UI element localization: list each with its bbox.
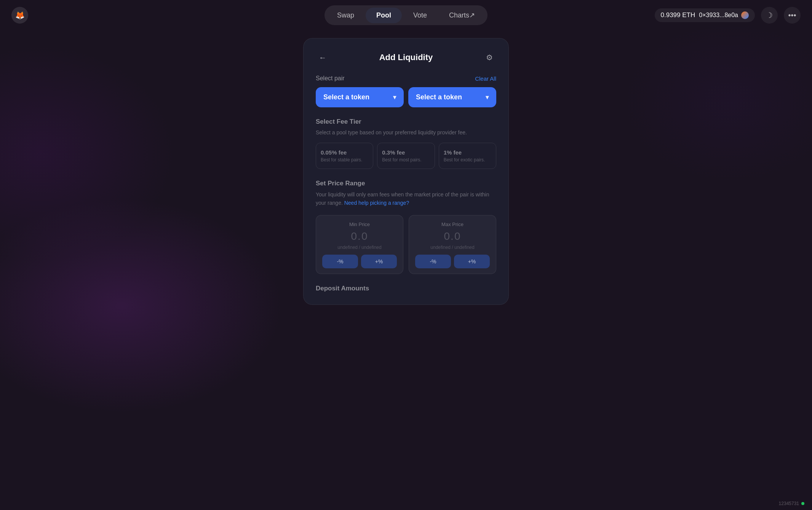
token2-select-button[interactable]: Select a token ▾ [408, 87, 496, 107]
gear-icon: ⚙ [486, 53, 493, 62]
top-navigation: 🦊 Swap Pool Vote Charts↗ 0.9399 ETH 0×39… [0, 0, 812, 30]
moon-icon: ☽ [766, 11, 773, 20]
add-liquidity-card: ← Add Liquidity ⚙ Select pair Clear All … [303, 38, 509, 305]
fee-option-0.05-desc: Best for stable pairs. [321, 157, 368, 163]
price-inputs-group: Min Price 0.0 undefined / undefined -% +… [316, 215, 496, 274]
fee-option-0.05[interactable]: 0.05% fee Best for stable pairs. [316, 143, 373, 169]
nav-tab-group: Swap Pool Vote Charts↗ [324, 5, 488, 25]
fee-tier-description: Select a pool type based on your preferr… [316, 129, 496, 137]
fee-option-0.3-title: 0.3% fee [382, 149, 430, 156]
max-price-increase-button[interactable]: +% [454, 255, 490, 268]
arrow-left-icon: ← [319, 53, 326, 62]
status-dot [801, 502, 804, 505]
wallet-address-text: 0×3933...8e0a [699, 12, 738, 19]
fee-tier-section: Select Fee Tier Select a pool type based… [316, 118, 496, 169]
nav-tab-swap[interactable]: Swap [326, 8, 365, 23]
deposit-amounts-title: Deposit Amounts [316, 285, 496, 292]
back-button[interactable]: ← [316, 51, 329, 64]
wallet-avatar [741, 11, 749, 19]
status-bar: 12345731 [779, 501, 804, 506]
dots-icon: ••• [788, 11, 796, 20]
min-price-group: Min Price 0.0 undefined / undefined -% +… [316, 215, 403, 274]
clear-all-button[interactable]: Clear All [475, 75, 496, 82]
settings-button[interactable]: ⚙ [483, 51, 496, 64]
max-price-buttons: -% +% [415, 255, 490, 268]
token1-select-label: Select a token [323, 93, 369, 101]
price-range-section: Set Price Range Your liquidity will only… [316, 180, 496, 274]
block-number: 12345731 [779, 501, 799, 506]
select-pair-header: Select pair Clear All [316, 75, 496, 82]
svg-text:🦊: 🦊 [15, 11, 25, 20]
nav-right-section: 0.9399 ETH 0×3933...8e0a ☽ ••• [655, 7, 801, 24]
price-range-description: Your liquidity will only earn fees when … [316, 190, 496, 207]
fee-option-1-title: 1% fee [444, 149, 491, 156]
nav-tab-charts[interactable]: Charts↗ [438, 7, 486, 23]
token1-select-button[interactable]: Select a token ▾ [316, 87, 404, 107]
min-price-buttons: -% +% [322, 255, 397, 268]
token2-select-label: Select a token [416, 93, 462, 101]
fee-option-1[interactable]: 1% fee Best for exotic pairs. [439, 143, 496, 169]
max-price-pair: undefined / undefined [415, 245, 490, 250]
fee-options-group: 0.05% fee Best for stable pairs. 0.3% fe… [316, 143, 496, 169]
wallet-address-display: 0×3933...8e0a [699, 11, 749, 19]
token-selector-group: Select a token ▾ Select a token ▾ [316, 87, 496, 107]
min-price-pair: undefined / undefined [322, 245, 397, 250]
max-price-decrease-button[interactable]: -% [415, 255, 451, 268]
eth-balance: 0.9399 ETH [661, 11, 695, 19]
token2-chevron-icon: ▾ [486, 94, 489, 101]
fee-tier-title: Select Fee Tier [316, 118, 496, 126]
min-price-increase-button[interactable]: +% [361, 255, 397, 268]
theme-toggle-button[interactable]: ☽ [761, 7, 778, 24]
app-logo: 🦊 [11, 7, 28, 24]
main-content: ← Add Liquidity ⚙ Select pair Clear All … [303, 38, 509, 305]
max-price-label: Max Price [415, 222, 490, 227]
fee-option-0.3-desc: Best for most pairs. [382, 157, 430, 163]
token1-chevron-icon: ▾ [393, 94, 396, 101]
max-price-group: Max Price 0.0 undefined / undefined -% +… [409, 215, 496, 274]
nav-tab-vote[interactable]: Vote [403, 8, 438, 23]
price-range-title: Set Price Range [316, 180, 496, 187]
page-title: Add Liquidity [379, 53, 433, 62]
fee-option-0.05-title: 0.05% fee [321, 149, 368, 156]
card-header: ← Add Liquidity ⚙ [316, 51, 496, 64]
more-menu-button[interactable]: ••• [784, 7, 801, 24]
fee-option-1-desc: Best for exotic pairs. [444, 157, 491, 163]
min-price-value: 0.0 [322, 230, 397, 242]
wallet-info[interactable]: 0.9399 ETH 0×3933...8e0a [655, 8, 755, 22]
min-price-decrease-button[interactable]: -% [322, 255, 358, 268]
fee-option-0.3[interactable]: 0.3% fee Best for most pairs. [377, 143, 435, 169]
select-pair-label: Select pair [316, 75, 345, 82]
min-price-label: Min Price [322, 222, 397, 227]
max-price-value: 0.0 [415, 230, 490, 242]
nav-tab-pool[interactable]: Pool [366, 8, 402, 23]
price-range-help-link[interactable]: Need help picking a range? [344, 200, 409, 206]
